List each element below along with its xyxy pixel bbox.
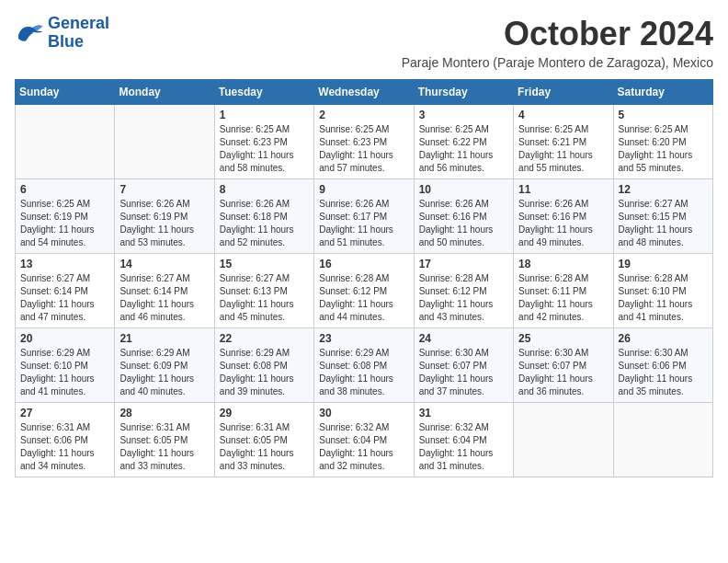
- calendar-cell: [115, 105, 214, 179]
- day-info: Sunrise: 6:28 AMSunset: 6:10 PMDaylight:…: [619, 272, 708, 324]
- day-number: 26: [619, 332, 708, 345]
- day-info: Sunrise: 6:25 AMSunset: 6:19 PMDaylight:…: [20, 198, 109, 249]
- day-info: Sunrise: 6:25 AMSunset: 6:21 PMDaylight:…: [518, 123, 608, 175]
- day-number: 6: [20, 183, 109, 196]
- calendar-cell: 6Sunrise: 6:25 AMSunset: 6:19 PMDaylight…: [16, 179, 115, 254]
- day-number: 16: [319, 258, 408, 270]
- header-tuesday: Tuesday: [214, 80, 313, 105]
- calendar-cell: 10Sunrise: 6:26 AMSunset: 6:16 PMDayligh…: [414, 179, 513, 254]
- week-row-0: 1Sunrise: 6:25 AMSunset: 6:23 PMDaylight…: [16, 105, 713, 179]
- day-number: 4: [518, 109, 608, 121]
- calendar-cell: 15Sunrise: 6:27 AMSunset: 6:13 PMDayligh…: [214, 254, 313, 328]
- calendar-cell: 13Sunrise: 6:27 AMSunset: 6:14 PMDayligh…: [16, 254, 115, 328]
- header-sunday: Sunday: [16, 80, 115, 105]
- calendar-cell: 22Sunrise: 6:29 AMSunset: 6:08 PMDayligh…: [214, 328, 313, 403]
- calendar-table: SundayMondayTuesdayWednesdayThursdayFrid…: [15, 79, 713, 477]
- calendar-cell: 28Sunrise: 6:31 AMSunset: 6:05 PMDayligh…: [115, 403, 214, 477]
- day-info: Sunrise: 6:28 AMSunset: 6:11 PMDaylight:…: [518, 272, 608, 324]
- day-number: 5: [619, 109, 708, 121]
- header-wednesday: Wednesday: [314, 80, 414, 105]
- day-number: 15: [220, 258, 309, 270]
- calendar-cell: 29Sunrise: 6:31 AMSunset: 6:05 PMDayligh…: [214, 403, 313, 477]
- calendar-cell: 7Sunrise: 6:26 AMSunset: 6:19 PMDaylight…: [115, 179, 214, 254]
- day-number: 31: [419, 407, 508, 419]
- calendar-cell: 4Sunrise: 6:25 AMSunset: 6:21 PMDaylight…: [514, 105, 613, 179]
- calendar-cell: 2Sunrise: 6:25 AMSunset: 6:23 PMDaylight…: [314, 105, 414, 179]
- day-number: 18: [518, 258, 608, 270]
- day-info: Sunrise: 6:30 AMSunset: 6:06 PMDaylight:…: [619, 347, 708, 398]
- calendar-cell: 14Sunrise: 6:27 AMSunset: 6:14 PMDayligh…: [115, 254, 214, 328]
- day-number: 9: [319, 183, 408, 196]
- day-number: 17: [419, 258, 508, 270]
- day-info: Sunrise: 6:30 AMSunset: 6:07 PMDaylight:…: [419, 347, 508, 398]
- week-row-3: 20Sunrise: 6:29 AMSunset: 6:10 PMDayligh…: [16, 328, 713, 403]
- day-number: 14: [119, 258, 209, 270]
- day-info: Sunrise: 6:27 AMSunset: 6:13 PMDaylight:…: [220, 272, 309, 324]
- page-header: General Blue October 2024 Paraje Montero…: [15, 15, 713, 70]
- day-number: 27: [20, 407, 109, 419]
- day-number: 10: [419, 183, 508, 196]
- calendar-cell: 12Sunrise: 6:27 AMSunset: 6:15 PMDayligh…: [613, 179, 712, 254]
- day-number: 21: [119, 332, 209, 345]
- calendar-cell: 9Sunrise: 6:26 AMSunset: 6:17 PMDaylight…: [314, 179, 414, 254]
- day-info: Sunrise: 6:29 AMSunset: 6:08 PMDaylight:…: [319, 347, 408, 398]
- calendar-cell: 1Sunrise: 6:25 AMSunset: 6:23 PMDaylight…: [214, 105, 313, 179]
- week-row-4: 27Sunrise: 6:31 AMSunset: 6:06 PMDayligh…: [16, 403, 713, 477]
- day-number: 20: [20, 332, 109, 345]
- calendar-cell: 25Sunrise: 6:30 AMSunset: 6:07 PMDayligh…: [514, 328, 613, 403]
- week-row-2: 13Sunrise: 6:27 AMSunset: 6:14 PMDayligh…: [16, 254, 713, 328]
- day-info: Sunrise: 6:29 AMSunset: 6:09 PMDaylight:…: [119, 347, 209, 398]
- logo-bird-icon: [15, 20, 44, 46]
- calendar-cell: 26Sunrise: 6:30 AMSunset: 6:06 PMDayligh…: [613, 328, 712, 403]
- calendar-cell: 3Sunrise: 6:25 AMSunset: 6:22 PMDaylight…: [414, 105, 513, 179]
- day-number: 1: [220, 109, 309, 121]
- header-row: SundayMondayTuesdayWednesdayThursdayFrid…: [16, 80, 713, 105]
- day-info: Sunrise: 6:25 AMSunset: 6:20 PMDaylight:…: [619, 123, 708, 175]
- day-info: Sunrise: 6:25 AMSunset: 6:23 PMDaylight:…: [220, 123, 309, 175]
- month-title: October 2024: [402, 15, 713, 53]
- calendar-cell: 31Sunrise: 6:32 AMSunset: 6:04 PMDayligh…: [414, 403, 513, 477]
- day-number: 22: [220, 332, 309, 345]
- day-number: 19: [619, 258, 708, 270]
- day-info: Sunrise: 6:31 AMSunset: 6:05 PMDaylight:…: [119, 421, 209, 473]
- day-number: 12: [619, 183, 708, 196]
- calendar-cell: 16Sunrise: 6:28 AMSunset: 6:12 PMDayligh…: [314, 254, 414, 328]
- day-number: 8: [220, 183, 309, 196]
- calendar-cell: 18Sunrise: 6:28 AMSunset: 6:11 PMDayligh…: [514, 254, 613, 328]
- header-saturday: Saturday: [613, 80, 712, 105]
- calendar-cell: 30Sunrise: 6:32 AMSunset: 6:04 PMDayligh…: [314, 403, 414, 477]
- day-info: Sunrise: 6:25 AMSunset: 6:23 PMDaylight:…: [319, 123, 408, 175]
- day-info: Sunrise: 6:28 AMSunset: 6:12 PMDaylight:…: [419, 272, 508, 324]
- calendar-cell: [613, 403, 712, 477]
- day-info: Sunrise: 6:26 AMSunset: 6:17 PMDaylight:…: [319, 198, 408, 249]
- calendar-cell: 21Sunrise: 6:29 AMSunset: 6:09 PMDayligh…: [115, 328, 214, 403]
- week-row-1: 6Sunrise: 6:25 AMSunset: 6:19 PMDaylight…: [16, 179, 713, 254]
- calendar-cell: 5Sunrise: 6:25 AMSunset: 6:20 PMDaylight…: [613, 105, 712, 179]
- day-number: 7: [119, 183, 209, 196]
- day-number: 11: [518, 183, 608, 196]
- day-number: 13: [20, 258, 109, 270]
- logo: General Blue: [15, 15, 109, 52]
- title-block: October 2024 Paraje Montero (Paraje Mont…: [402, 15, 713, 70]
- day-info: Sunrise: 6:32 AMSunset: 6:04 PMDaylight:…: [419, 421, 508, 473]
- day-info: Sunrise: 6:32 AMSunset: 6:04 PMDaylight:…: [319, 421, 408, 473]
- calendar-cell: 20Sunrise: 6:29 AMSunset: 6:10 PMDayligh…: [16, 328, 115, 403]
- calendar-cell: [16, 105, 115, 179]
- calendar-cell: 27Sunrise: 6:31 AMSunset: 6:06 PMDayligh…: [16, 403, 115, 477]
- calendar-cell: 19Sunrise: 6:28 AMSunset: 6:10 PMDayligh…: [613, 254, 712, 328]
- calendar-cell: [514, 403, 613, 477]
- day-info: Sunrise: 6:27 AMSunset: 6:14 PMDaylight:…: [20, 272, 109, 324]
- day-number: 2: [319, 109, 408, 121]
- day-number: 30: [319, 407, 408, 419]
- day-info: Sunrise: 6:26 AMSunset: 6:19 PMDaylight:…: [119, 198, 209, 249]
- day-info: Sunrise: 6:26 AMSunset: 6:16 PMDaylight:…: [419, 198, 508, 249]
- calendar-cell: 17Sunrise: 6:28 AMSunset: 6:12 PMDayligh…: [414, 254, 513, 328]
- calendar-cell: 11Sunrise: 6:26 AMSunset: 6:16 PMDayligh…: [514, 179, 613, 254]
- calendar-cell: 23Sunrise: 6:29 AMSunset: 6:08 PMDayligh…: [314, 328, 414, 403]
- day-info: Sunrise: 6:27 AMSunset: 6:14 PMDaylight:…: [119, 272, 209, 324]
- day-info: Sunrise: 6:26 AMSunset: 6:18 PMDaylight:…: [220, 198, 309, 249]
- day-number: 24: [419, 332, 508, 345]
- day-number: 29: [220, 407, 309, 419]
- header-friday: Friday: [514, 80, 613, 105]
- header-monday: Monday: [115, 80, 214, 105]
